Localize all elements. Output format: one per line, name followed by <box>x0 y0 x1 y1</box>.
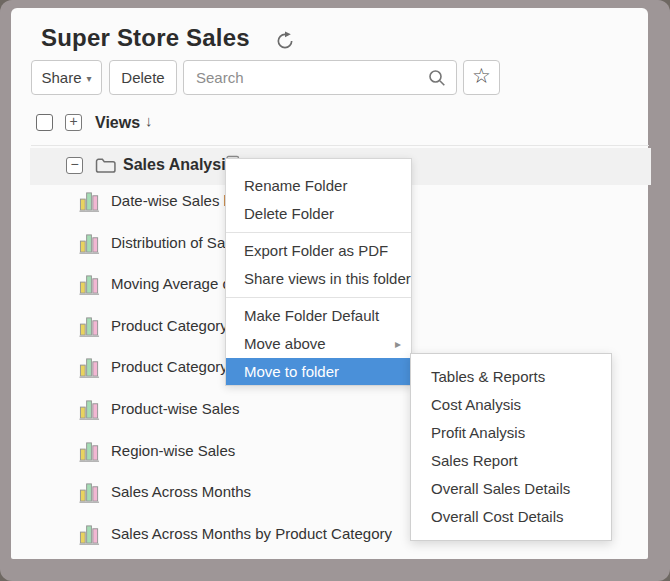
view-label: Sales Across Months <box>111 483 251 500</box>
search-icon <box>427 68 447 92</box>
move-to-folder-submenu: Tables & Reports Cost Analysis Profit An… <box>410 353 612 541</box>
page-title: Super Store Sales <box>41 24 250 52</box>
bar-chart-icon <box>79 523 100 550</box>
bar-chart-icon <box>79 440 100 467</box>
folder-icon <box>95 157 116 178</box>
header-divider <box>31 145 649 146</box>
view-row[interactable]: Sales Across Months <box>11 472 431 514</box>
view-label: Product Category- <box>111 317 233 334</box>
bar-chart-icon <box>79 315 100 342</box>
menu-item-move-to-folder[interactable]: Move to folder <box>226 358 411 385</box>
menu-item-share-views[interactable]: Share views in this folder <box>226 265 411 293</box>
menu-item-export-folder-pdf[interactable]: Export Folder as PDF <box>226 237 411 265</box>
delete-button-label: Delete <box>121 69 164 86</box>
bar-chart-icon <box>79 398 100 425</box>
minus-icon: − <box>70 156 78 172</box>
chevron-down-icon: ▾ <box>87 74 92 84</box>
menu-item-label: Move above <box>244 335 326 352</box>
view-row[interactable]: Product-wise Sales <box>11 389 431 431</box>
share-button-label: Share <box>41 69 81 86</box>
menu-item-make-folder-default[interactable]: Make Folder Default <box>226 302 411 330</box>
submenu-item-profit-analysis[interactable]: Profit Analysis <box>411 419 611 447</box>
window-frame: Super Store Sales Share ▾ Delete <box>0 0 670 581</box>
view-label: Moving Average o <box>111 275 231 292</box>
view-label: Product Category- <box>111 358 233 375</box>
submenu-item-sales-report[interactable]: Sales Report <box>411 447 611 475</box>
bar-chart-icon <box>79 481 100 508</box>
search-input[interactable] <box>184 61 456 94</box>
folder-context-menu: Rename Folder Delete Folder Export Folde… <box>225 158 412 386</box>
menu-divider <box>226 297 411 298</box>
search-box <box>183 60 457 95</box>
plus-icon: + <box>69 113 77 129</box>
view-label: Region-wise Sales <box>111 442 235 459</box>
view-label: Product-wise Sales <box>111 400 239 417</box>
submenu-item-overall-cost-details[interactable]: Overall Cost Details <box>411 503 611 531</box>
star-icon: ☆ <box>472 64 491 88</box>
bar-chart-icon <box>79 356 100 383</box>
delete-button[interactable]: Delete <box>109 60 177 95</box>
collapse-folder-button[interactable]: − <box>66 157 83 174</box>
menu-divider <box>226 232 411 233</box>
view-label: Distribution of Sale <box>111 234 237 251</box>
refresh-icon[interactable] <box>275 31 295 51</box>
bar-chart-icon <box>79 190 100 217</box>
menu-item-rename-folder[interactable]: Rename Folder <box>226 172 411 200</box>
view-row[interactable]: Sales Across Months by Product Category <box>11 514 431 556</box>
views-header-label: Views <box>95 114 140 132</box>
folder-name: Sales Analysis <box>123 156 234 174</box>
menu-item-move-above[interactable]: Move above ▸ <box>226 330 411 358</box>
view-label: Sales Across Months by Product Category <box>111 525 392 542</box>
view-row[interactable]: Region-wise Sales <box>11 431 431 473</box>
bar-chart-icon <box>79 232 100 259</box>
view-label: Date-wise Sales by <box>111 192 239 209</box>
favorite-button[interactable]: ☆ <box>463 60 500 95</box>
bar-chart-icon <box>79 273 100 300</box>
submenu-item-overall-sales-details[interactable]: Overall Sales Details <box>411 475 611 503</box>
submenu-arrow-icon: ▸ <box>395 330 401 358</box>
submenu-item-cost-analysis[interactable]: Cost Analysis <box>411 391 611 419</box>
select-all-checkbox[interactable] <box>36 114 53 131</box>
share-button[interactable]: Share ▾ <box>31 60 102 95</box>
sort-down-icon[interactable]: ↓ <box>145 112 153 129</box>
menu-item-delete-folder[interactable]: Delete Folder <box>226 200 411 228</box>
expand-all-button[interactable]: + <box>65 114 82 131</box>
submenu-item-tables-reports[interactable]: Tables & Reports <box>411 363 611 391</box>
